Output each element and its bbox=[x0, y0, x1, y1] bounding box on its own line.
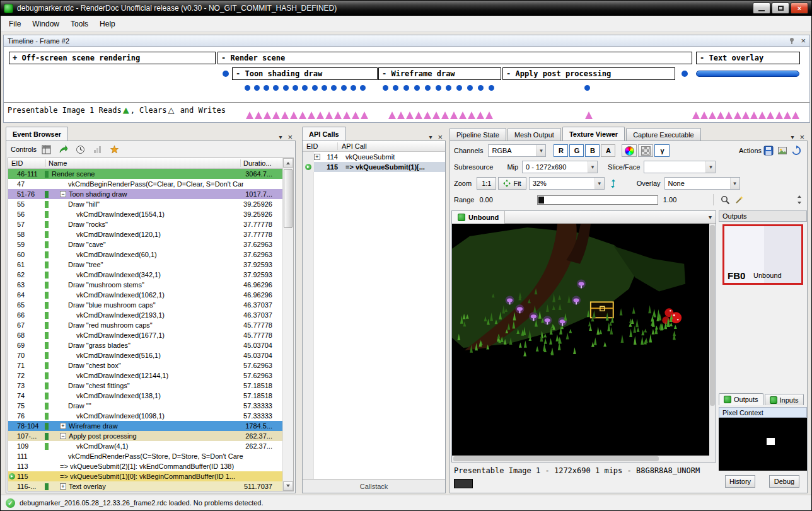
close-panel-icon[interactable]: × bbox=[801, 38, 806, 44]
texture-tab-unbound[interactable]: Unbound bbox=[452, 211, 505, 224]
draw-dot[interactable] bbox=[425, 85, 431, 91]
draw-dot[interactable] bbox=[293, 85, 298, 91]
title-bar[interactable]: debugmarker.rdc - RenderDoc Unofficial r… bbox=[1, 1, 811, 16]
tab-mesh-output[interactable]: Mesh Output bbox=[508, 128, 561, 141]
draw-dot[interactable] bbox=[273, 85, 279, 91]
close-panel-icon[interactable]: × bbox=[799, 134, 804, 141]
draw-dot[interactable] bbox=[478, 85, 484, 91]
zoom-range-button[interactable] bbox=[718, 193, 732, 207]
dock-menu-icon[interactable]: ▾ bbox=[429, 134, 432, 141]
timeline-marker-wireframe[interactable]: - Wireframe draw bbox=[378, 67, 501, 80]
tab-inputs[interactable]: Inputs bbox=[765, 394, 804, 405]
callstack-bar[interactable]: Callstack bbox=[303, 479, 445, 493]
event-row[interactable]: 61Draw "tree"37.92593 bbox=[8, 260, 282, 270]
zoom-select[interactable]: 32% ▾ bbox=[529, 177, 605, 190]
texture-vscrollbar[interactable] bbox=[709, 224, 716, 456]
expand-icon[interactable]: + bbox=[314, 154, 320, 160]
tab-outputs[interactable]: Outputs bbox=[719, 393, 763, 405]
draw-dot[interactable] bbox=[446, 85, 451, 91]
draw-dot[interactable] bbox=[436, 85, 441, 91]
event-row[interactable]: 74vkCmdDrawIndexed(138,1)57.18518 bbox=[8, 391, 282, 401]
event-row[interactable]: 73Draw "chest fittings"57.18518 bbox=[8, 381, 282, 391]
draw-dot[interactable] bbox=[351, 85, 356, 91]
overlay-select[interactable]: None ▾ bbox=[664, 177, 740, 190]
channel-b-button[interactable]: B bbox=[585, 144, 600, 157]
save-texture-button[interactable] bbox=[762, 144, 775, 158]
timeline-text-overlay-draws[interactable] bbox=[696, 71, 799, 77]
column-eid[interactable]: EID bbox=[8, 159, 46, 167]
scrollbar-thumb[interactable] bbox=[284, 169, 293, 228]
tab-capture-executable[interactable]: Capture Executable bbox=[626, 128, 701, 141]
range-slider[interactable] bbox=[537, 195, 658, 205]
expand-icon[interactable]: + bbox=[60, 423, 66, 429]
tab-pipeline-state[interactable]: Pipeline State bbox=[450, 128, 506, 141]
draw-dot[interactable] bbox=[467, 85, 473, 91]
draw-dot[interactable] bbox=[322, 85, 327, 91]
pin-icon[interactable] bbox=[788, 37, 796, 45]
event-row[interactable]: 64vkCmdDrawIndexed(1062,1)46.96296 bbox=[8, 290, 282, 300]
draw-dot[interactable] bbox=[331, 85, 337, 91]
event-row[interactable]: 46-111Render scene3064.7... bbox=[8, 169, 282, 179]
event-row[interactable]: 115=> vkQueueSubmit(1)[0]: vkBeginComman… bbox=[8, 471, 282, 481]
channel-r-button[interactable]: R bbox=[554, 144, 568, 157]
event-table-header[interactable]: EID Name Duratio... bbox=[8, 158, 282, 169]
event-row[interactable]: 69Draw "grass blades"45.03704 bbox=[8, 340, 282, 350]
event-browser-scrollbar[interactable] bbox=[282, 158, 293, 491]
fb0-thumbnail[interactable]: FB0 Unbound bbox=[722, 224, 803, 285]
pixel-context-view[interactable] bbox=[719, 418, 807, 471]
menu-item-file[interactable]: File bbox=[3, 17, 26, 31]
timeline-body[interactable]: + Off-screen scene rendering - Render sc… bbox=[3, 47, 810, 123]
draw-dot[interactable] bbox=[383, 85, 388, 91]
history-button[interactable]: History bbox=[725, 475, 755, 488]
draw-dot[interactable] bbox=[414, 85, 420, 91]
event-row[interactable]: 58vkCmdDrawIndexed(120,1)37.77778 bbox=[8, 229, 282, 239]
draw-dot[interactable] bbox=[312, 85, 318, 91]
draw-dot[interactable] bbox=[341, 85, 347, 91]
draw-dot[interactable] bbox=[456, 85, 462, 91]
draw-dot[interactable] bbox=[254, 85, 260, 91]
column-api-call[interactable]: API Call bbox=[338, 142, 445, 150]
event-row[interactable]: 113=> vkQueueSubmit(2)[1]: vkEndCommandB… bbox=[8, 461, 282, 471]
export-image-button[interactable] bbox=[775, 144, 789, 158]
texture-tab-menu-icon[interactable]: ▾ bbox=[709, 214, 716, 221]
flip-y-button[interactable] bbox=[606, 176, 620, 190]
dock-menu-icon[interactable]: ▾ bbox=[279, 134, 282, 141]
stats-button[interactable] bbox=[91, 142, 105, 156]
event-row[interactable]: 116-...+Text overlay511.7037 bbox=[8, 481, 282, 491]
draw-dot[interactable] bbox=[223, 71, 229, 77]
tab-texture-viewer[interactable]: Texture Viewer bbox=[562, 127, 625, 141]
event-row[interactable]: 57Draw "rocks"37.77778 bbox=[8, 219, 282, 229]
event-row[interactable]: 60vkCmdDrawIndexed(60,1)37.62963 bbox=[8, 250, 282, 260]
color-wheel-button[interactable] bbox=[622, 144, 637, 157]
timeline-marker-text-overlay[interactable]: - Text overlay bbox=[696, 52, 800, 64]
collapse-icon[interactable]: − bbox=[60, 433, 66, 439]
range-slider-thumb[interactable] bbox=[538, 197, 544, 204]
refresh-button[interactable] bbox=[789, 144, 803, 158]
expand-icon[interactable]: + bbox=[60, 483, 66, 490]
api-call-row[interactable]: 115=> vkQueueSubmit(1)[... bbox=[303, 162, 445, 172]
event-row[interactable]: 71Draw "chest box"57.62963 bbox=[8, 360, 282, 370]
mip-select[interactable]: 0 - 1272x690 ▾ bbox=[522, 161, 598, 173]
close-panel-icon[interactable]: × bbox=[438, 134, 443, 141]
draw-dot[interactable] bbox=[489, 85, 494, 91]
draw-dot[interactable] bbox=[264, 85, 269, 91]
menu-item-help[interactable]: Help bbox=[94, 17, 121, 31]
channel-a-button[interactable]: A bbox=[601, 144, 615, 157]
api-table-header[interactable]: EID API Call bbox=[303, 141, 445, 152]
event-row[interactable]: 72vkCmdDrawIndexed(12144,1)57.62963 bbox=[8, 370, 282, 381]
gamma-button[interactable]: γ bbox=[654, 144, 670, 157]
texture-hscrollbar[interactable] bbox=[452, 456, 709, 462]
time-draws-button[interactable] bbox=[74, 142, 88, 156]
autofit-wand-button[interactable] bbox=[732, 193, 746, 207]
channel-g-button[interactable]: G bbox=[569, 144, 584, 157]
maximize-button[interactable] bbox=[772, 3, 789, 14]
close-button[interactable]: × bbox=[791, 3, 808, 14]
event-row[interactable]: 67Draw "red mushroom caps"45.77778 bbox=[8, 320, 282, 330]
menu-item-window[interactable]: Window bbox=[26, 17, 65, 31]
event-row[interactable]: 65Draw "blue mushroom caps"46.37037 bbox=[8, 300, 282, 310]
event-row[interactable]: 76vkCmdDrawIndexed(1098,1)57.33333 bbox=[8, 411, 282, 421]
tab-api-calls[interactable]: API Calls bbox=[302, 127, 346, 141]
minimize-button[interactable] bbox=[753, 3, 770, 14]
scroll-up-icon[interactable] bbox=[283, 158, 293, 168]
column-duration[interactable]: Duratio... bbox=[241, 159, 282, 167]
